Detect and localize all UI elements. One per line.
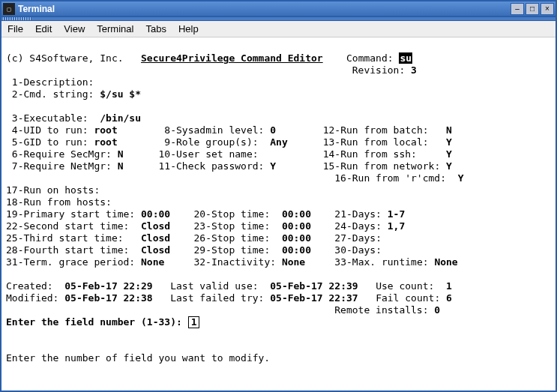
f27-label: 27-Days:	[334, 232, 382, 244]
f31-label: 31-Term. grace period:	[6, 256, 135, 268]
close-button[interactable]: ×	[541, 3, 554, 15]
copyright: (c) S4Software, Inc.	[6, 52, 124, 64]
revision-value: 3	[411, 64, 417, 76]
window-controls: – □ ×	[511, 3, 554, 15]
f3-value: /bin/su	[100, 112, 141, 124]
f4-value: root	[94, 124, 117, 136]
f7-label: 7-Require NetMgr:	[12, 160, 112, 172]
f29-label: 29-Stop time:	[193, 244, 270, 256]
f12-label: 12-Run from batch:	[323, 124, 429, 136]
f10-label: 10-User set name:	[159, 148, 259, 160]
remote-label: Remote installs:	[334, 304, 428, 316]
use-count-label: Use count:	[376, 280, 434, 292]
f14-value: Y	[446, 148, 452, 160]
f31-value: None	[141, 256, 164, 268]
modified-label: Modified:	[6, 292, 58, 304]
f29-value: 00:00	[282, 244, 311, 256]
f25-value: Closd	[141, 232, 170, 244]
f3-label: 3-Executable:	[12, 112, 88, 124]
last-fail-value: 05-Feb-17 22:37	[270, 292, 358, 304]
f8-value: 0	[270, 124, 276, 136]
f20-label: 20-Stop time:	[193, 208, 270, 220]
f22-label: 22-Second start time:	[6, 220, 129, 232]
f24-label: 24-Days:	[334, 220, 382, 232]
f16-label: 16-Run from 'r'cmd:	[334, 172, 446, 184]
f32-label: 32-Inactivity:	[193, 256, 276, 268]
minimize-button[interactable]: –	[511, 3, 524, 15]
f13-value: Y	[446, 136, 452, 148]
command-label: Command:	[346, 52, 394, 64]
f20-value: 00:00	[282, 208, 311, 220]
terminal-window: ▢ Terminal – □ × File Edit View Terminal…	[0, 0, 557, 392]
fail-count-value: 6	[446, 292, 452, 304]
use-count-value: 1	[446, 280, 452, 292]
f6-label: 6-Require SecMgr:	[12, 148, 112, 160]
window-title: Terminal	[18, 4, 511, 14]
titlebar[interactable]: ▢ Terminal – □ ×	[1, 1, 556, 16]
f9-value: Any	[270, 136, 287, 148]
f13-label: 13-Run from local:	[323, 136, 429, 148]
f15-label: 15-Run from network:	[323, 160, 441, 172]
f16-value: Y	[458, 172, 464, 184]
last-fail-label: Last failed try:	[170, 292, 264, 304]
f26-value: 00:00	[282, 232, 311, 244]
menubar: File Edit View Terminal Tabs Help	[1, 21, 556, 37]
terminal-icon: ▢	[3, 3, 15, 15]
f11-label: 11-Check password:	[159, 160, 265, 172]
f9-label: 9-Role group(s):	[164, 136, 258, 148]
hint-text: Enter the number of field you want to mo…	[6, 352, 270, 364]
menu-view[interactable]: View	[64, 23, 85, 34]
f21-label: 21-Days:	[334, 208, 382, 220]
last-valid-label: Last valid use:	[170, 280, 258, 292]
f15-value: Y	[446, 160, 452, 172]
created-label: Created:	[6, 280, 53, 292]
app-title: Secure4Privilege Command Editor	[141, 52, 323, 64]
f8-label: 8-Sysadmin level:	[164, 124, 264, 136]
last-valid-value: 05-Feb-17 22:39	[270, 280, 358, 292]
f17-label: 17-Run on hosts:	[6, 184, 100, 196]
f30-label: 30-Days:	[334, 244, 382, 256]
fail-count-label: Fail count:	[376, 292, 440, 304]
prompt-input[interactable]: 1	[188, 316, 200, 328]
f18-label: 18-Run from hosts:	[6, 196, 112, 208]
f2-label: 2-Cmd. string:	[12, 88, 94, 100]
f11-value: Y	[270, 160, 276, 172]
f4-label: 4-UID to run:	[12, 124, 88, 136]
f24-value: 1,7	[388, 220, 405, 232]
f5-value: root	[94, 136, 117, 148]
f28-value: Closd	[141, 244, 170, 256]
f12-value: N	[446, 124, 452, 136]
f5-label: 5-GID to run:	[12, 136, 88, 148]
menu-file[interactable]: File	[7, 23, 23, 34]
modified-value: 05-Feb-17 22:38	[64, 292, 152, 304]
menu-terminal[interactable]: Terminal	[97, 23, 133, 34]
remote-value: 0	[434, 304, 440, 316]
command-value: su	[399, 52, 412, 64]
f33-value: None	[434, 256, 457, 268]
f32-value: None	[282, 256, 305, 268]
menu-tabs[interactable]: Tabs	[145, 23, 166, 34]
f19-label: 19-Primary start time:	[6, 208, 135, 220]
menu-edit[interactable]: Edit	[35, 23, 52, 34]
f23-value: 00:00	[282, 220, 311, 232]
prompt-text: Enter the field number (1-33):	[6, 316, 182, 328]
f23-label: 23-Stop time:	[193, 220, 270, 232]
created-value: 05-Feb-17 22:29	[64, 280, 152, 292]
f1-label: 1-Description:	[12, 76, 94, 88]
f25-label: 25-Third start time:	[6, 232, 124, 244]
f33-label: 33-Max. runtime:	[334, 256, 428, 268]
f14-label: 14-Run from ssh:	[323, 148, 417, 160]
f26-label: 26-Stop time:	[193, 232, 270, 244]
f22-value: Closd	[141, 220, 170, 232]
terminal-content[interactable]: (c) S4Software, Inc. Secure4Privilege Co…	[1, 37, 556, 366]
revision-label: Revision:	[352, 64, 405, 76]
menu-help[interactable]: Help	[178, 23, 199, 34]
f2-value: $/su $*	[100, 88, 141, 100]
f19-value: 00:00	[141, 208, 170, 220]
f7-value: N	[118, 160, 124, 172]
f28-label: 28-Fourth start time:	[6, 244, 129, 256]
maximize-button[interactable]: □	[526, 3, 539, 15]
f6-value: N	[118, 148, 124, 160]
f21-value: 1-7	[388, 208, 405, 220]
